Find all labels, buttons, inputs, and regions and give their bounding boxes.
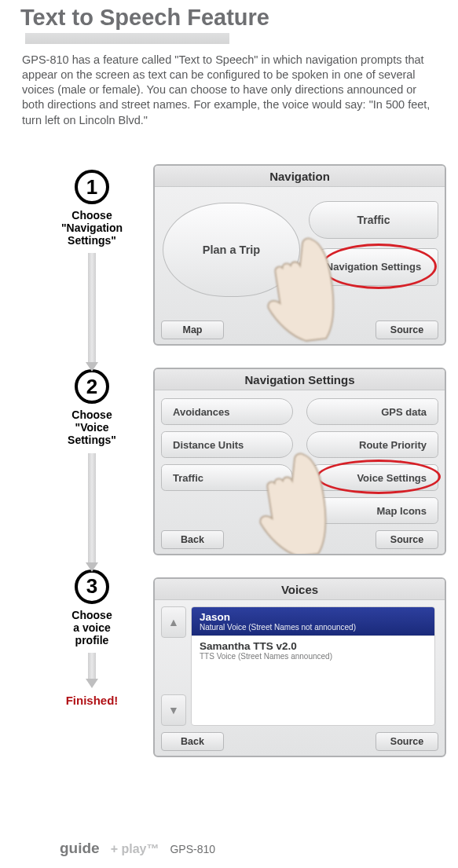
voice-settings-button[interactable]: Voice Settings	[306, 464, 438, 491]
step-2-label: Choose "Voice Settings"	[49, 408, 135, 446]
screenshot-navigation-settings: Navigation Settings Avoidances GPS data …	[153, 368, 446, 555]
traffic-button[interactable]: Traffic	[309, 201, 438, 239]
step-3-label: Choose a voice profile	[49, 609, 135, 646]
plan-a-trip-button[interactable]: Plan a Trip	[163, 203, 300, 297]
connector-1	[88, 253, 96, 363]
connector-3	[88, 653, 96, 679]
voice-subtitle: TTS Voice (Street Names announced)	[200, 652, 427, 661]
source-button[interactable]: Source	[376, 530, 438, 549]
step-2-number: 2	[75, 369, 109, 404]
page-title: Text to Speech Feature	[20, 5, 269, 31]
voice-list[interactable]: Jason Natural Voice (Street Names not an…	[191, 606, 435, 726]
back-button[interactable]: Back	[161, 732, 224, 751]
voice-subtitle: Natural Voice (Street Names not announce…	[200, 623, 427, 632]
distance-units-button[interactable]: Distance Units	[161, 431, 293, 458]
gps-data-button[interactable]: GPS data	[306, 398, 438, 425]
step-3-label-line3: profile	[75, 634, 109, 646]
screenshot-voices: Voices ▲ ▼ Jason Natural Voice (Street N…	[153, 577, 446, 757]
step-2-label-line1: Choose	[71, 408, 112, 421]
step-3-number: 3	[75, 570, 109, 604]
navset-line2: Settings	[381, 262, 421, 273]
screen1-title: Navigation	[155, 166, 445, 187]
footer-guide: guide	[60, 840, 100, 857]
footer-play: + play™	[111, 842, 159, 856]
screenshot-navigation: Navigation Plan a Trip Traffic Navigatio…	[153, 164, 446, 346]
step-3-label-line1: Choose	[71, 609, 112, 621]
source-button[interactable]: Source	[376, 732, 438, 751]
step-3-label-line2: a voice	[73, 621, 110, 634]
traffic-settings-button[interactable]: Traffic	[161, 464, 293, 491]
steps-column: 1 Choose "Navigation Settings" 2 Choose …	[49, 170, 135, 707]
avoidances-button[interactable]: Avoidances	[161, 398, 293, 425]
map-button[interactable]: Map	[161, 320, 224, 339]
scroll-up-button[interactable]: ▲	[161, 606, 186, 638]
navigation-settings-button[interactable]: Navigation Settings	[309, 248, 438, 286]
screens-column: Navigation Plan a Trip Traffic Navigatio…	[153, 164, 448, 779]
intro-paragraph: GPS-810 has a feature called "Text to Sp…	[22, 53, 444, 128]
step-1-label-line1: Choose	[71, 209, 112, 222]
scroll-down-button[interactable]: ▼	[161, 694, 186, 726]
title-bar-decoration	[25, 33, 229, 44]
screen2-title: Navigation Settings	[155, 369, 445, 390]
screen3-title: Voices	[155, 579, 445, 600]
step-1-label-line2: "Navigation	[61, 222, 123, 234]
source-button[interactable]: Source	[376, 320, 438, 339]
map-icons-button[interactable]: Map Icons	[306, 497, 438, 524]
step-1-label-line3: Settings"	[68, 234, 116, 247]
voice-name: Samantha TTS v2.0	[200, 640, 427, 652]
route-priority-button[interactable]: Route Priority	[306, 431, 438, 458]
footer-model: GPS-810	[170, 843, 215, 855]
back-button[interactable]: Back	[161, 530, 224, 549]
finished-label: Finished!	[49, 694, 135, 707]
connector-2	[88, 453, 96, 563]
voice-name: Jason	[200, 611, 427, 623]
step-2-label-line2: "Voice	[75, 421, 109, 434]
voice-item[interactable]: Samantha TTS v2.0 TTS Voice (Street Name…	[192, 635, 434, 665]
page-footer: guide + play™ GPS-810	[60, 840, 215, 857]
step-1-number: 1	[75, 170, 109, 204]
step-1-label: Choose "Navigation Settings"	[49, 209, 135, 247]
voice-item-selected[interactable]: Jason Natural Voice (Street Names not an…	[192, 607, 434, 635]
navset-line1: Navigation	[326, 262, 378, 273]
step-2-label-line3: Settings"	[68, 434, 116, 446]
